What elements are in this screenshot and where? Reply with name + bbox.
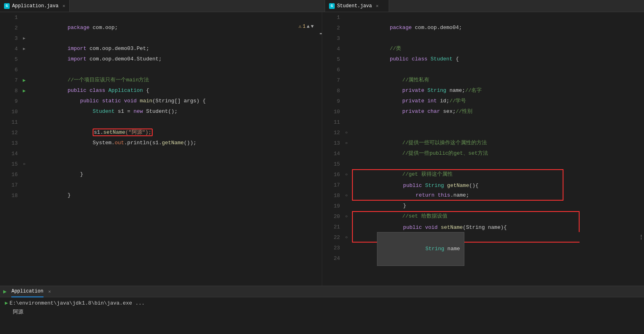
tab-bar: G Application.java ✕ G Student.java ✕ bbox=[0, 0, 644, 12]
console-line-1: ▶ E:\environment\java\jdk1.8\bin\java.ex… bbox=[5, 299, 639, 308]
code-line-6: //一个项目应该只有一个main方法 bbox=[30, 64, 322, 75]
code-line-14 bbox=[30, 148, 322, 159]
java-file-icon-right: G bbox=[329, 3, 335, 9]
r-code-line-6: //属性私有 bbox=[352, 64, 644, 75]
bottom-tab-bar: ▶ Application ✕ bbox=[0, 286, 644, 297]
console-output: ▶ E:\environment\java\jdk1.8\bin\java.ex… bbox=[0, 297, 644, 318]
tab-right-label: Student.java bbox=[337, 3, 372, 9]
r-code-line-12: //提供一些可以操作这个属性的方法 bbox=[352, 127, 644, 138]
tab-bar-middle bbox=[70, 0, 325, 12]
bottom-tab-label[interactable]: Application bbox=[11, 286, 43, 297]
right-line-numbers: 1 2 3 4 5 6 7 8 9 10 11 12 13 14 15 16 1 bbox=[322, 12, 342, 286]
tab-left-label: Application.java bbox=[12, 3, 58, 9]
editor-area: ⚠ 1 ▲ ▼ 1 2 3 4 5 6 7 8 9 bbox=[0, 12, 644, 286]
r-code-line-3: //类 bbox=[352, 33, 644, 44]
right-editor-panel[interactable]: 1 2 3 4 5 6 7 8 9 10 11 12 13 14 15 16 1 bbox=[322, 12, 644, 286]
ide-window: G Application.java ✕ G Student.java ✕ ⚠ … bbox=[0, 0, 644, 334]
console-line-2: 阿源 bbox=[5, 308, 639, 317]
right-gutter: ○ ○ ○ ○ ○ ○ bbox=[342, 12, 350, 286]
left-line-numbers: 1 2 3 4 5 6 7 8 9 10 11 12 13 14 15 16 1 bbox=[0, 12, 20, 286]
right-code-content[interactable]: package com.oop.demo04; //类 public class… bbox=[350, 12, 644, 286]
code-line-3: import com.oop.demo03.Pet; bbox=[30, 33, 322, 44]
code-line-17: } bbox=[30, 180, 322, 190]
tab-student-java[interactable]: G Student.java ✕ bbox=[325, 0, 389, 12]
left-code-content[interactable]: package com.oop; import com.oop.demo03.P… bbox=[28, 12, 322, 286]
code-line-15: } bbox=[30, 159, 322, 169]
tab-application-java[interactable]: G Application.java ✕ bbox=[0, 0, 70, 12]
left-gutter: ▶ ▶ ▶ ▶ ○ bbox=[20, 12, 28, 286]
warning-indicator: ⚠ 1 ▲ ▼ bbox=[298, 23, 314, 29]
code-line-11: s1.setName("阿源"); bbox=[30, 117, 322, 127]
console-output-line-1: E:\environment\java\jdk1.8\bin\java.exe … bbox=[10, 299, 145, 308]
console-output-line-2: 阿源 bbox=[13, 309, 23, 315]
bottom-panel: ▶ Application ✕ ▶ E:\environment\java\jd… bbox=[0, 286, 644, 334]
r-code-line-22: } String name ⋮ bbox=[352, 232, 580, 243]
code-line-1: package com.oop; bbox=[30, 12, 322, 23]
autocomplete-more-icon: ⋮ bbox=[638, 232, 644, 243]
scroll-marker bbox=[320, 33, 322, 34]
right-code-area[interactable]: 1 2 3 4 5 6 7 8 9 10 11 12 13 14 15 16 1 bbox=[322, 12, 644, 286]
r-code-line-11 bbox=[352, 117, 644, 127]
close-icon-right[interactable]: ✕ bbox=[376, 3, 379, 8]
java-file-icon-left: G bbox=[4, 3, 10, 9]
left-editor-panel[interactable]: ⚠ 1 ▲ ▼ 1 2 3 4 5 6 7 8 9 bbox=[0, 12, 322, 286]
warning-count: 1 bbox=[302, 24, 305, 29]
warning-triangle-icon: ⚠ bbox=[298, 23, 301, 29]
console-icon: ▶ bbox=[3, 288, 6, 295]
r-code-line-21: this.name=name; bbox=[352, 222, 580, 232]
left-code-area[interactable]: 1 2 3 4 5 6 7 8 9 10 11 12 13 14 15 16 1 bbox=[0, 12, 322, 286]
warning-nav-up[interactable]: ▲ bbox=[307, 24, 310, 29]
code-line-18 bbox=[30, 190, 322, 201]
r-code-line-15: //get 获得这个属性 bbox=[352, 159, 644, 169]
r-code-line-1: package com.oop.demo04; bbox=[352, 12, 644, 23]
warning-nav-down[interactable]: ▼ bbox=[311, 24, 314, 29]
run-arrow-icon: ▶ bbox=[5, 299, 8, 308]
bottom-tab-close[interactable]: ✕ bbox=[48, 289, 51, 294]
autocomplete-popup: String name bbox=[377, 232, 464, 266]
close-icon-left[interactable]: ✕ bbox=[62, 3, 65, 8]
